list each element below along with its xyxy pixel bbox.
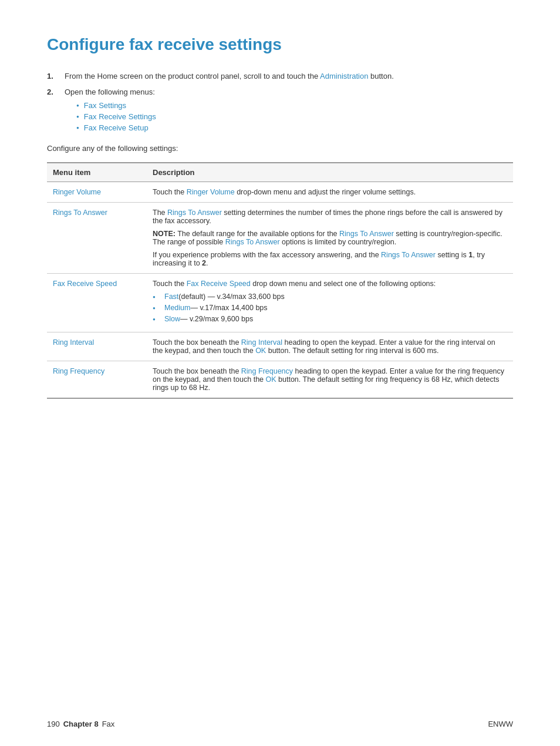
- menu-item-fax-receive-speed: Fax Receive Speed: [47, 274, 147, 332]
- page-title: Configure fax receive settings: [47, 35, 513, 54]
- fax-settings-link[interactable]: Fax Settings: [84, 101, 126, 110]
- footer-envww: ENWW: [488, 720, 513, 728]
- list-item: Slow — v.29/max 9,600 bps: [153, 315, 507, 323]
- settings-table: Menu item Description Ringer Volume Touc…: [47, 162, 513, 399]
- rings-to-answer-extra: If you experience problems with the fax …: [153, 251, 507, 267]
- col-menu-header: Menu item: [47, 163, 147, 182]
- submenu-item-fax-settings: Fax Settings: [76, 101, 513, 110]
- desc-ring-frequency: Touch the box beneath the Ring Frequency…: [147, 361, 513, 399]
- footer-chapter-text: Fax: [102, 720, 115, 728]
- list-item: Medium — v.17/max 14,400 bps: [153, 304, 507, 312]
- rings-to-answer-desc-link1[interactable]: Rings To Answer: [167, 209, 222, 217]
- list-item: Fast (default) — v.34/max 33,600 bps: [153, 293, 507, 301]
- desc-ring-interval: Touch the box beneath the Ring Interval …: [147, 332, 513, 361]
- table-row: Ringer Volume Touch the Ringer Volume dr…: [47, 182, 513, 203]
- menu-item-ring-frequency: Ring Frequency: [47, 361, 147, 399]
- table-row: Rings To Answer The Rings To Answer sett…: [47, 203, 513, 274]
- medium-link[interactable]: Medium: [164, 304, 190, 312]
- ring-interval-desc-link[interactable]: Ring Interval: [241, 338, 282, 347]
- ok-link-ring-frequency[interactable]: OK: [266, 375, 276, 384]
- submenu-list: Fax Settings Fax Receive Settings Fax Re…: [76, 101, 513, 132]
- desc-rings-to-answer: The Rings To Answer setting determines t…: [147, 203, 513, 274]
- rings-to-answer-note-link1[interactable]: Rings To Answer: [339, 230, 394, 238]
- ok-link-ring-interval[interactable]: OK: [255, 347, 266, 355]
- ring-interval-link[interactable]: Ring Interval: [53, 338, 94, 347]
- menu-item-rings-to-answer: Rings To Answer: [47, 203, 147, 274]
- slow-link[interactable]: Slow: [164, 315, 180, 323]
- table-header-row: Menu item Description: [47, 163, 513, 182]
- step-1: 1. From the Home screen on the product c…: [47, 72, 513, 80]
- fax-receive-setup-link[interactable]: Fax Receive Setup: [84, 123, 149, 132]
- desc-fax-receive-speed: Touch the Fax Receive Speed drop down me…: [147, 274, 513, 332]
- fax-receive-settings-link[interactable]: Fax Receive Settings: [84, 112, 156, 121]
- step-2-number: 2.: [47, 88, 65, 96]
- ring-frequency-desc-link[interactable]: Ring Frequency: [241, 367, 293, 375]
- step-1-number: 1.: [47, 72, 65, 80]
- rings-to-answer-desc-link2[interactable]: Rings To Answer: [381, 251, 436, 259]
- footer-chapter: Chapter 8: [63, 720, 99, 728]
- footer-left: 190 Chapter 8 Fax: [47, 720, 114, 728]
- fast-link[interactable]: Fast: [164, 293, 178, 301]
- rings-to-answer-link[interactable]: Rings To Answer: [53, 209, 107, 217]
- table-row: Ring Interval Touch the box beneath the …: [47, 332, 513, 361]
- step-2-content: Open the following menus: Fax Settings F…: [65, 88, 513, 137]
- fax-receive-speed-desc-link[interactable]: Fax Receive Speed: [187, 280, 251, 288]
- fax-receive-speed-list: Fast (default) — v.34/max 33,600 bps Med…: [153, 293, 507, 323]
- footer-right: ENWW: [488, 720, 513, 728]
- menu-item-ringer-volume: Ringer Volume: [47, 182, 147, 203]
- ring-frequency-link[interactable]: Ring Frequency: [53, 367, 104, 375]
- step-1-content: From the Home screen on the product cont…: [65, 72, 513, 80]
- ringer-volume-link[interactable]: Ringer Volume: [53, 188, 101, 196]
- desc-ringer-volume: Touch the Ringer Volume drop-down menu a…: [147, 182, 513, 203]
- ringer-volume-desc-link[interactable]: Ringer Volume: [187, 188, 235, 196]
- rings-to-answer-note-link2[interactable]: Rings To Answer: [225, 238, 280, 246]
- page-number: 190: [47, 720, 60, 728]
- administration-link[interactable]: Administration: [320, 72, 368, 80]
- note-label: NOTE:: [153, 230, 176, 238]
- configure-text: Configure any of the following settings:: [47, 144, 513, 153]
- table-row: Fax Receive Speed Touch the Fax Receive …: [47, 274, 513, 332]
- footer: 190 Chapter 8 Fax ENWW: [47, 720, 513, 728]
- menu-item-ring-interval: Ring Interval: [47, 332, 147, 361]
- step-2: 2. Open the following menus: Fax Setting…: [47, 88, 513, 137]
- fax-receive-speed-link[interactable]: Fax Receive Speed: [53, 280, 117, 288]
- submenu-item-fax-receive-settings: Fax Receive Settings: [76, 112, 513, 121]
- page: Configure fax receive settings 1. From t…: [0, 0, 560, 746]
- col-desc-header: Description: [147, 163, 513, 182]
- table-row: Ring Frequency Touch the box beneath the…: [47, 361, 513, 399]
- submenu-item-fax-receive-setup: Fax Receive Setup: [76, 123, 513, 132]
- note-rings-to-answer: NOTE: The default range for the availabl…: [153, 230, 507, 246]
